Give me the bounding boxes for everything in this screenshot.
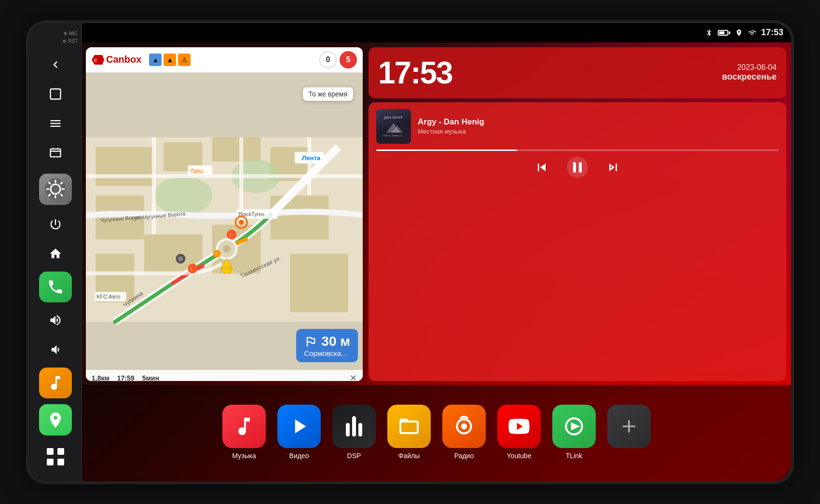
clock-day-line: воскресенье bbox=[722, 72, 777, 82]
status-time: 17:53 bbox=[761, 27, 783, 38]
svg-text:!: ! bbox=[230, 232, 231, 238]
side-controls: MIC RST bbox=[29, 23, 82, 481]
eta-time: 17:59 bbox=[117, 374, 135, 381]
dock-label-add: add bbox=[623, 452, 634, 460]
svg-text:!: ! bbox=[191, 266, 192, 272]
map-header: C Canbox ▲ ▲ ⚠ 0 5 bbox=[86, 47, 363, 73]
nav-distance: 30 м bbox=[304, 334, 350, 349]
score-5: 5 bbox=[340, 51, 357, 68]
progress-fill bbox=[376, 150, 517, 151]
svg-point-34 bbox=[213, 250, 221, 258]
next-button[interactable] bbox=[602, 157, 624, 178]
svg-text:C: C bbox=[94, 58, 97, 63]
dock-item-files[interactable]: Файлы bbox=[387, 405, 431, 460]
svg-point-30 bbox=[188, 263, 197, 273]
svg-rect-2 bbox=[50, 123, 60, 124]
pause-button[interactable] bbox=[567, 157, 588, 178]
svg-rect-16 bbox=[212, 137, 261, 161]
progress-bar[interactable] bbox=[376, 150, 779, 151]
svg-text:!: ! bbox=[216, 252, 217, 257]
svg-marker-58 bbox=[571, 422, 580, 430]
device-shell: MIC RST bbox=[29, 23, 791, 481]
settings-icon[interactable] bbox=[39, 174, 72, 205]
svg-text:KFC·Авто: KFC·Авто bbox=[96, 293, 120, 299]
content-area: C Canbox ▲ ▲ ⚠ 0 5 bbox=[82, 42, 791, 481]
mic-dot bbox=[64, 32, 67, 35]
svg-text:Лдвц.: Лдвц. bbox=[191, 168, 205, 174]
music-app-icon[interactable] bbox=[39, 368, 72, 399]
svg-rect-1 bbox=[50, 120, 60, 121]
map-score-badges: 0 5 bbox=[319, 51, 357, 68]
status-right: 17:53 bbox=[705, 27, 783, 38]
dock-icon-youtube bbox=[497, 405, 541, 448]
canbox-logo: C Canbox bbox=[92, 54, 141, 65]
music-widget[interactable]: ДАН ХЕНИГ Папа, Мама и... Argy - Dan Hen… bbox=[369, 102, 786, 381]
dock-item-youtube[interactable]: Youtube bbox=[497, 405, 541, 460]
warn-badge-2: ▲ bbox=[164, 54, 176, 66]
apps-grid-button[interactable] bbox=[39, 441, 72, 473]
svg-rect-3 bbox=[50, 126, 60, 127]
recent-apps-button[interactable] bbox=[41, 81, 70, 108]
dock-item-video[interactable]: Видео bbox=[277, 405, 321, 460]
dock-item-tlink[interactable]: TLink bbox=[552, 405, 596, 460]
dock-item-radio[interactable]: Радио bbox=[442, 405, 486, 460]
screenshot-button[interactable] bbox=[41, 139, 70, 167]
svg-rect-10 bbox=[57, 459, 64, 465]
right-panels: 17:53 2023-06-04 воскресенье ДАН ХЕНИГ bbox=[367, 42, 791, 385]
svg-rect-23 bbox=[290, 254, 348, 312]
battery-icon bbox=[718, 30, 730, 36]
svg-point-24 bbox=[154, 176, 212, 215]
volume-down-button[interactable] bbox=[41, 336, 70, 363]
svg-rect-14 bbox=[96, 147, 154, 186]
dock-label-dsp: DSP bbox=[347, 452, 361, 460]
dock-label-files: Файлы bbox=[398, 452, 420, 460]
music-source: Местная музыка bbox=[418, 128, 779, 135]
album-line2: Папа, Мама и... bbox=[383, 134, 404, 137]
svg-point-27 bbox=[223, 245, 231, 253]
home-button[interactable] bbox=[41, 240, 70, 268]
menu-button[interactable] bbox=[41, 110, 70, 137]
map-close-button[interactable]: ✕ bbox=[350, 373, 357, 381]
dock-icon-tlink bbox=[552, 405, 596, 448]
music-info: Argy - Dan Henig Местная музыка bbox=[418, 117, 779, 135]
dock-label-video: Видео bbox=[289, 452, 309, 460]
map-body[interactable]: ! ! ! Чугунные Ворота ул. Чугунные Ворот… bbox=[86, 73, 363, 381]
svg-rect-4 bbox=[50, 149, 60, 157]
rst-dot bbox=[63, 40, 66, 43]
prev-button[interactable] bbox=[531, 157, 552, 178]
album-art: ДАН ХЕНИГ Папа, Мама и... bbox=[376, 109, 411, 144]
nav-street: Сормовска... bbox=[304, 349, 350, 357]
map-widget[interactable]: C Canbox ▲ ▲ ⚠ 0 5 bbox=[86, 47, 363, 381]
warn-badge-3: ⚠ bbox=[178, 54, 191, 66]
clock-widget: 17:53 2023-06-04 воскресенье bbox=[369, 47, 786, 98]
map-eta: 1,8км 17:59 5мин bbox=[92, 374, 159, 381]
side-labels: MIC RST bbox=[29, 30, 82, 45]
location-icon bbox=[735, 29, 743, 37]
dock-label-radio: Радио bbox=[454, 452, 474, 460]
dock-label-youtube: Youtube bbox=[507, 452, 532, 460]
dock-item-dsp[interactable]: DSP bbox=[332, 405, 376, 460]
back-button[interactable] bbox=[41, 51, 70, 79]
eta-minutes: 5мин bbox=[142, 374, 159, 381]
svg-rect-0 bbox=[50, 89, 60, 99]
bottom-dock: Музыка Видео bbox=[82, 385, 791, 481]
dock-icon-video bbox=[277, 405, 321, 448]
power-button[interactable] bbox=[41, 211, 70, 238]
volume-up-button[interactable] bbox=[41, 306, 70, 334]
phone-icon[interactable] bbox=[39, 272, 72, 303]
map-warnings: ▲ ▲ ⚠ bbox=[149, 54, 191, 66]
dock-icon-dsp bbox=[332, 405, 376, 448]
dock-item-add[interactable]: add bbox=[607, 405, 651, 460]
score-0: 0 bbox=[319, 51, 337, 68]
dock-icon-files bbox=[387, 405, 431, 448]
wifi-icon bbox=[748, 29, 756, 37]
mic-label: MIC bbox=[64, 30, 78, 38]
dock-item-music[interactable]: Музыка bbox=[222, 405, 266, 460]
maps-app-icon[interactable] bbox=[39, 404, 72, 436]
album-line1: ДАН ХЕНИГ bbox=[384, 116, 403, 119]
clock-date-line: 2023-06-04 bbox=[722, 63, 777, 72]
dock-label-music: Музыка bbox=[232, 452, 256, 460]
dock-icon-music bbox=[222, 405, 266, 448]
main-screen: 17:53 C Canbox ▲ bbox=[82, 23, 791, 481]
warn-badge-1: ▲ bbox=[149, 54, 162, 66]
